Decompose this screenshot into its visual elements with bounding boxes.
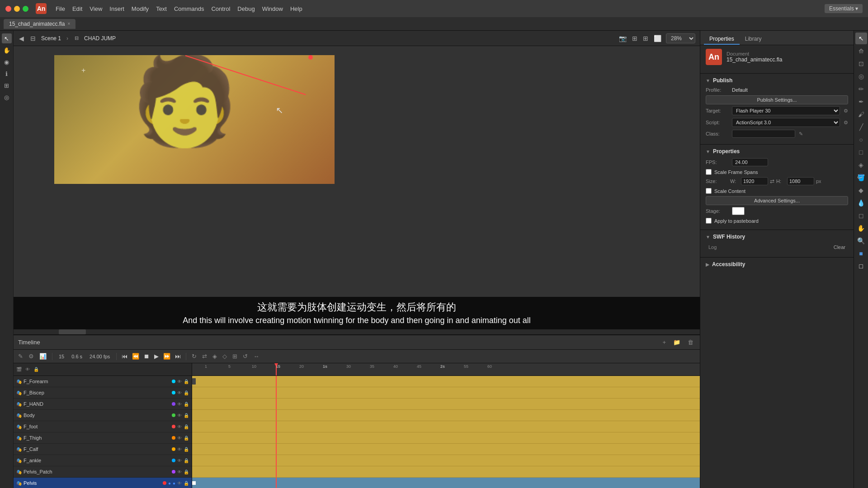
onionskin-outline-icon[interactable]: ◇: [221, 352, 229, 361]
grid-icon[interactable]: ⊞: [643, 35, 648, 42]
play-button[interactable]: ▶: [153, 352, 160, 361]
scale-frame-label[interactable]: Scale Frame Spans: [714, 169, 758, 175]
log-button[interactable]: Log: [706, 244, 719, 251]
menu-view[interactable]: View: [90, 5, 102, 12]
layer-row[interactable]: 🎭 F_Calf 👁 🔒: [14, 444, 192, 455]
tool-onion[interactable]: ◎: [2, 92, 12, 102]
tool-eraser[interactable]: ◻: [855, 210, 867, 221]
layer-row[interactable]: 🎭 F_Thigh 👁 🔒: [14, 432, 192, 444]
menu-commands[interactable]: Commands: [174, 5, 204, 12]
vis-toggle[interactable]: 👁: [177, 379, 182, 384]
menu-insert[interactable]: Insert: [109, 5, 124, 12]
layer-row[interactable]: 🎭 F_HAND 👁 🔒: [14, 399, 192, 410]
tool-freeform[interactable]: ⟰: [855, 45, 867, 57]
app-menu[interactable]: File Edit View Insert Modify Text Comman…: [56, 5, 302, 12]
script-select[interactable]: ActionScript 3.0: [732, 118, 840, 127]
stop-button[interactable]: ⏹: [142, 352, 151, 361]
screen-icon[interactable]: ⬜: [654, 35, 661, 42]
tool-inkbottle[interactable]: ◆: [855, 184, 867, 196]
settings-icon[interactable]: ⚙: [27, 352, 36, 361]
tool-fill-blue r-icon-blue[interactable]: ■: [855, 248, 867, 259]
minimize-button[interactable]: [14, 6, 20, 12]
file-tab[interactable]: 15_chad_animatecc.fla ×: [4, 19, 75, 29]
new-layer-icon[interactable]: +: [660, 338, 668, 347]
class-input[interactable]: [732, 130, 795, 138]
timeline-ruler[interactable]: 1 5 10 15 20 1s 30 35 40 45 2s: [192, 363, 700, 376]
step-back-button[interactable]: ⏪: [131, 352, 141, 361]
height-input[interactable]: [787, 177, 814, 185]
tool-hand[interactable]: ✋: [2, 45, 12, 55]
menu-debug[interactable]: Debug: [237, 5, 255, 12]
tab-close-icon[interactable]: ×: [67, 21, 70, 26]
close-button[interactable]: [5, 6, 11, 12]
tool-hand-pan[interactable]: ✋: [855, 222, 867, 234]
fastforward-button[interactable]: ⏭: [174, 352, 182, 361]
swf-history-header[interactable]: ▼ SWF History: [706, 234, 848, 240]
script-settings-icon[interactable]: ⚙: [844, 120, 848, 126]
delete-layer-icon[interactable]: 🗑: [686, 338, 695, 347]
menu-edit[interactable]: Edit: [72, 5, 82, 12]
canvas-scrollbar[interactable]: [14, 329, 700, 334]
lock-toggle[interactable]: 🔒: [184, 379, 189, 384]
onionskin-icon[interactable]: ◈: [211, 352, 219, 361]
tool-grid[interactable]: ⊞: [2, 80, 12, 90]
apply-to-pasteboard-label[interactable]: Apply to pasteboard: [714, 218, 759, 224]
advanced-settings-button[interactable]: Advanced Settings...: [706, 196, 848, 205]
menu-control[interactable]: Control: [211, 5, 230, 12]
back-icon[interactable]: ◀: [19, 35, 24, 42]
layer-row[interactable]: 🎭 F_Forearm 👁 🔒: [14, 376, 192, 387]
essentials-button[interactable]: Essentials ▾: [825, 4, 863, 13]
menu-window[interactable]: Window: [262, 5, 283, 12]
layer-row[interactable]: 🎭 F_Biscep 👁 🔒: [14, 387, 192, 399]
target-select[interactable]: Flash Player 30: [732, 106, 840, 115]
clear-button[interactable]: Clear: [831, 244, 848, 251]
target-settings-icon[interactable]: ⚙: [844, 108, 848, 114]
tool-arrow[interactable]: ↖: [855, 33, 867, 44]
properties-section-header[interactable]: ▼ Properties: [706, 148, 848, 155]
tool-3d[interactable]: ◎: [855, 70, 867, 82]
class-edit-icon[interactable]: ✎: [799, 131, 803, 137]
edit-multiple-icon[interactable]: ⊞: [231, 352, 239, 361]
menu-help[interactable]: Help: [290, 5, 302, 12]
new-folder-icon[interactable]: 📁: [671, 338, 682, 347]
layer-row[interactable]: 🎭 F_ankle 👁 🔒: [14, 455, 192, 466]
apply-to-pasteboard-checkbox[interactable]: [706, 218, 712, 224]
tool-brush[interactable]: 🖌: [855, 108, 867, 120]
tool-dropper[interactable]: 💧: [855, 197, 867, 209]
camera-tool-icon[interactable]: 📷: [619, 35, 627, 42]
fps-input[interactable]: [732, 158, 768, 166]
tool-paintbucket[interactable]: 🪣: [855, 172, 867, 183]
sync-icon[interactable]: ⇄: [200, 352, 209, 361]
tool-camera[interactable]: ◉: [2, 57, 12, 67]
menu-file[interactable]: File: [56, 5, 65, 12]
publish-settings-button[interactable]: Publish Settings...: [706, 95, 848, 104]
tool-info[interactable]: ℹ: [2, 69, 12, 79]
layer-row[interactable]: 🎭 Body 👁 🔒: [14, 410, 192, 421]
scene-label[interactable]: Scene 1: [41, 35, 61, 42]
tool-pencil[interactable]: ✏: [855, 83, 867, 95]
layer-row-pelvis[interactable]: 🎭 Pelvis ● ● 👁 🔒: [14, 478, 192, 488]
tool-transform[interactable]: ⊡: [855, 58, 867, 70]
layer-row[interactable]: 🎭 Pelvis_Patch 👁 🔒: [14, 466, 192, 478]
tool-zoom-in[interactable]: 🔍: [855, 235, 867, 247]
tool-ink[interactable]: ◈: [855, 159, 867, 171]
rewind-button[interactable]: ⏮: [120, 352, 129, 361]
stage-color-picker[interactable]: [732, 207, 745, 215]
scale-content-checkbox[interactable]: [706, 188, 712, 194]
menu-text[interactable]: Text: [156, 5, 167, 12]
tool-line[interactable]: ╱: [855, 121, 867, 133]
scale-content-label[interactable]: Scale Content: [714, 188, 745, 194]
lock-header[interactable]: 🔒: [33, 367, 39, 372]
tool-pen[interactable]: ✒: [855, 96, 867, 108]
tool-oval[interactable]: ○: [855, 134, 867, 145]
pencil-icon[interactable]: ✎: [16, 352, 25, 361]
tab-library[interactable]: Library: [740, 34, 767, 45]
tool-fill-white[interactable]: □: [855, 260, 867, 272]
tool-rectangle[interactable]: □: [855, 146, 867, 158]
link-icon[interactable]: ⇄: [770, 178, 774, 184]
visibility-header[interactable]: 👁: [25, 367, 30, 372]
maximize-button[interactable]: [23, 6, 28, 12]
layer-row[interactable]: 🎭 F_foot 👁 🔒: [14, 421, 192, 432]
undo-icon[interactable]: ↺: [241, 352, 250, 361]
tab-properties[interactable]: Properties: [704, 34, 740, 45]
